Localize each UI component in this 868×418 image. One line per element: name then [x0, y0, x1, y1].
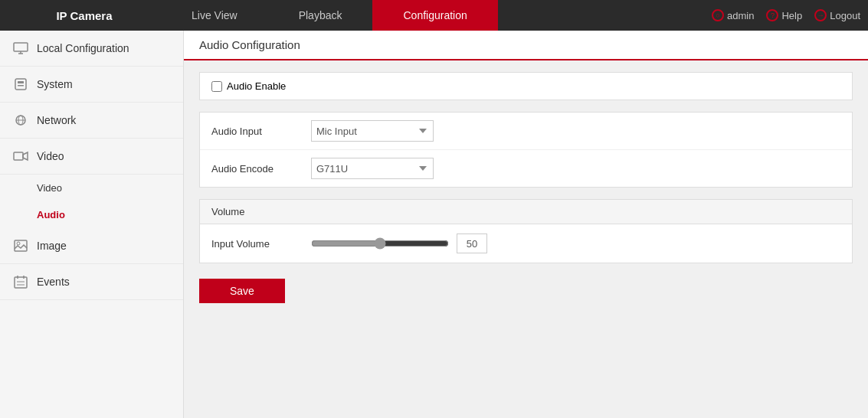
system-icon	[12, 76, 29, 93]
content-body: Audio Enable Audio Input Mic Input Line …	[184, 60, 868, 315]
svg-point-12	[17, 242, 20, 245]
help-action[interactable]: ? Help	[766, 9, 802, 21]
sidebar: Local Configuration System Network	[0, 31, 184, 418]
admin-label: admin	[727, 10, 754, 21]
audio-encode-control: G711U G711A AAC	[311, 158, 840, 179]
page-title: Audio Configuration	[199, 38, 300, 51]
logout-icon: →	[814, 9, 827, 21]
header: IP Camera Live View Playback Configurati…	[0, 0, 868, 31]
admin-action[interactable]: ○ admin	[712, 9, 754, 21]
nav-live-view[interactable]: Live View	[161, 0, 268, 31]
svg-rect-13	[15, 277, 27, 288]
audio-input-select[interactable]: Mic Input Line Input	[311, 120, 434, 142]
audio-enable-row: Audio Enable	[200, 73, 852, 100]
sidebar-sub-item-video[interactable]: Video	[0, 175, 183, 201]
help-label: Help	[781, 10, 802, 21]
help-icon: ?	[766, 9, 778, 21]
volume-header: Volume	[200, 200, 852, 224]
audio-encode-label: Audio Encode	[211, 163, 311, 175]
sidebar-item-video[interactable]: Video	[0, 139, 183, 175]
content-area: Audio Configuration Audio Enable Audio I…	[184, 31, 868, 418]
header-nav: Live View Playback Configuration	[161, 0, 712, 31]
sidebar-item-label: Events	[37, 276, 70, 288]
volume-slider[interactable]	[311, 237, 449, 250]
sidebar-item-local-config[interactable]: Local Configuration	[0, 31, 183, 67]
user-icon: ○	[712, 9, 724, 21]
volume-value-input[interactable]	[457, 233, 487, 253]
svg-rect-0	[14, 43, 28, 51]
audio-input-row: Audio Input Mic Input Line Input	[200, 113, 852, 150]
sidebar-item-label: Image	[37, 240, 67, 252]
sidebar-item-network[interactable]: Network	[0, 103, 183, 139]
svg-rect-4	[18, 81, 24, 83]
nav-configuration[interactable]: Configuration	[372, 0, 497, 31]
header-actions: ○ admin ? Help → Logout	[712, 9, 860, 21]
video-icon	[12, 148, 29, 165]
sidebar-item-system[interactable]: System	[0, 67, 183, 103]
slider-wrap	[311, 233, 487, 253]
network-icon	[12, 112, 29, 129]
sidebar-item-label: Video	[37, 150, 64, 162]
input-volume-label: Input Volume	[211, 238, 311, 250]
audio-encode-select[interactable]: G711U G711A AAC	[311, 158, 434, 179]
logout-action[interactable]: → Logout	[814, 9, 860, 21]
sidebar-sub-item-label: Video	[37, 182, 62, 194]
audio-input-label: Audio Input	[211, 126, 311, 137]
svg-marker-10	[23, 152, 28, 160]
main-layout: Local Configuration System Network	[0, 31, 868, 418]
sidebar-item-events[interactable]: Events	[0, 264, 183, 300]
audio-enable-checkbox[interactable]	[211, 81, 222, 92]
monitor-icon	[12, 40, 29, 57]
audio-input-control: Mic Input Line Input	[311, 120, 840, 142]
sidebar-item-image[interactable]: Image	[0, 228, 183, 264]
svg-rect-9	[14, 152, 23, 160]
content-header: Audio Configuration	[184, 31, 868, 60]
image-icon	[12, 237, 29, 254]
audio-enable-section: Audio Enable	[199, 72, 853, 100]
sidebar-item-label: Network	[37, 114, 76, 126]
audio-enable-label[interactable]: Audio Enable	[227, 80, 286, 92]
sidebar-item-label: Local Configuration	[37, 42, 129, 54]
save-button[interactable]: Save	[199, 279, 285, 303]
sidebar-sub-item-label: Audio	[37, 209, 65, 220]
logout-label: Logout	[830, 10, 860, 21]
sidebar-sub-item-audio[interactable]: Audio	[0, 201, 183, 228]
audio-encode-row: Audio Encode G711U G711A AAC	[200, 150, 852, 187]
nav-playback[interactable]: Playback	[268, 0, 373, 31]
volume-section: Volume Input Volume	[199, 199, 853, 263]
svg-rect-5	[18, 85, 24, 87]
svg-rect-3	[15, 79, 26, 90]
sidebar-item-label: System	[37, 78, 73, 90]
input-volume-row: Input Volume	[200, 224, 852, 263]
app-logo: IP Camera	[8, 9, 161, 22]
audio-settings-section: Audio Input Mic Input Line Input Audio E…	[199, 112, 853, 188]
events-icon	[12, 273, 29, 290]
